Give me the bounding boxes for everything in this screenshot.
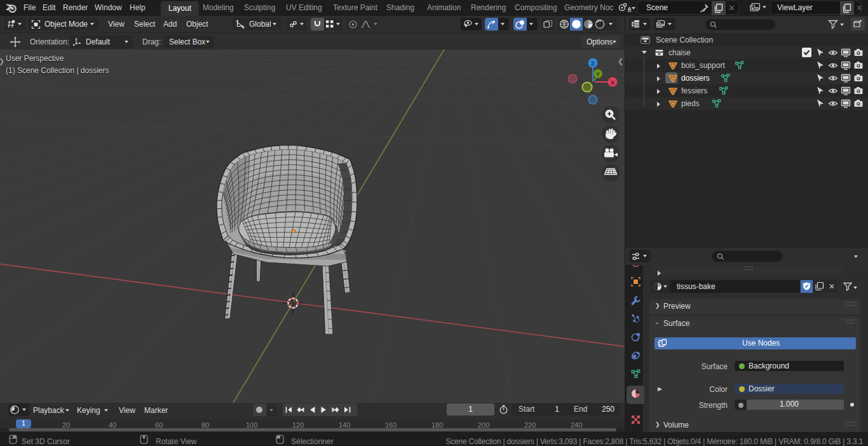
svg-text:Y: Y (596, 71, 600, 78)
svg-text:X: X (611, 79, 614, 86)
svg-text:Z: Z (591, 60, 595, 67)
